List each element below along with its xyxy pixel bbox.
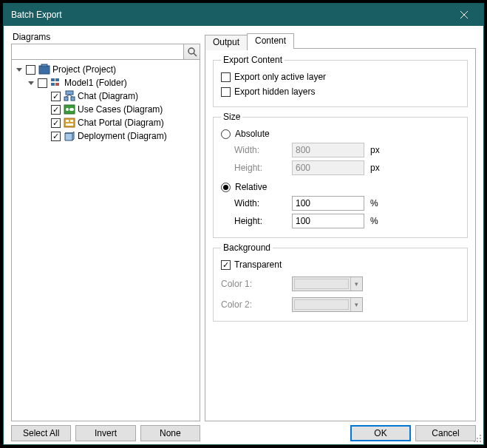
expand-toggle[interactable] xyxy=(15,65,24,74)
tree-node-chat[interactable]: Chat (Diagram) xyxy=(13,89,198,103)
tree-checkbox[interactable] xyxy=(51,132,61,141)
abs-width-unit: px xyxy=(370,145,380,155)
relative-height-row: Height: % xyxy=(234,212,461,230)
chevron-down-icon xyxy=(28,80,34,86)
close-button[interactable] xyxy=(448,4,480,26)
abs-width-input xyxy=(292,143,364,157)
class-diagram-icon xyxy=(64,90,75,102)
export-hidden-layers-checkbox[interactable] xyxy=(221,87,231,97)
tree-node-label: Chat (Diagram) xyxy=(78,91,138,101)
cancel-button[interactable]: Cancel xyxy=(415,425,476,441)
tree-node-label: Project (Project) xyxy=(52,64,116,75)
tree-node-project[interactable]: Project (Project) xyxy=(13,63,198,76)
tree-node-model1[interactable]: Model1 (Folder) xyxy=(13,76,198,89)
options-pane: Output Content Export Content Export onl… xyxy=(205,32,476,441)
none-button[interactable]: None xyxy=(140,425,200,441)
svg-marker-4 xyxy=(16,68,22,72)
relative-radio-row[interactable]: Relative xyxy=(221,180,461,194)
svg-point-32 xyxy=(477,441,478,442)
svg-rect-12 xyxy=(66,91,73,95)
chevron-down-icon: ▾ xyxy=(350,298,362,311)
svg-rect-22 xyxy=(70,120,73,122)
transparent-row[interactable]: Transparent xyxy=(221,257,461,272)
rel-width-unit: % xyxy=(370,198,378,208)
export-only-active-layer-label: Export only active layer xyxy=(234,72,326,82)
color2-picker: ▾ xyxy=(292,297,363,312)
export-content-legend: Export Content xyxy=(221,55,285,65)
diagram-tree[interactable]: Project (Project) Model1 (Folder) Chat (… xyxy=(11,60,200,421)
export-hidden-layers-label: Export hidden layers xyxy=(234,86,315,97)
tab-content[interactable]: Content xyxy=(247,33,294,49)
titlebar: Batch Export xyxy=(4,4,483,26)
export-content-group: Export Content Export only active layer … xyxy=(213,55,468,107)
size-legend: Size xyxy=(221,112,242,122)
export-hidden-layers-row[interactable]: Export hidden layers xyxy=(221,84,461,99)
export-only-active-layer-row[interactable]: Export only active layer xyxy=(221,69,461,84)
tree-node-use-cases[interactable]: Use Cases (Diagram) xyxy=(13,103,198,116)
rel-height-unit: % xyxy=(370,216,378,226)
rel-width-input[interactable] xyxy=(292,196,364,211)
svg-rect-6 xyxy=(41,64,47,67)
tree-checkbox[interactable] xyxy=(51,118,61,128)
export-only-active-layer-checkbox[interactable] xyxy=(221,72,231,82)
tree-button-row: Select All Invert None xyxy=(11,425,200,441)
tree-checkbox[interactable] xyxy=(51,105,61,115)
abs-height-input xyxy=(292,160,364,175)
tree-checkbox[interactable] xyxy=(26,65,35,75)
tabs: Output Content xyxy=(205,33,476,49)
diagrams-label: Diagrams xyxy=(13,32,200,42)
svg-rect-9 xyxy=(55,78,59,81)
svg-rect-11 xyxy=(55,83,59,86)
tree-node-deployment[interactable]: Deployment (Diagram) xyxy=(13,129,198,143)
svg-rect-13 xyxy=(64,97,68,101)
svg-rect-21 xyxy=(66,120,69,122)
ok-button[interactable]: OK xyxy=(350,425,411,441)
svg-rect-10 xyxy=(51,83,55,86)
relative-radio[interactable] xyxy=(221,183,231,192)
svg-line-3 xyxy=(194,53,197,56)
close-icon xyxy=(460,11,468,18)
window-title: Batch Export xyxy=(11,10,448,20)
resize-grip[interactable] xyxy=(471,432,482,443)
search-icon xyxy=(187,47,197,57)
transparent-checkbox[interactable] xyxy=(221,260,231,270)
svg-point-18 xyxy=(66,108,69,111)
background-group: Background Transparent Color 1: ▾ Color … xyxy=(213,242,468,322)
absolute-radio-row[interactable]: Absolute xyxy=(221,126,461,141)
invert-button[interactable]: Invert xyxy=(75,425,135,441)
portal-diagram-icon xyxy=(64,117,75,129)
batch-export-dialog: Batch Export Diagrams Project (Project) xyxy=(3,3,484,445)
search-input[interactable] xyxy=(11,44,184,60)
relative-label: Relative xyxy=(235,182,267,192)
absolute-radio[interactable] xyxy=(221,129,231,139)
content-area: Diagrams Project (Project) xyxy=(4,26,483,444)
color2-row: Color 2: ▾ xyxy=(221,296,461,313)
size-group: Size Absolute Width: px Height: px xyxy=(213,112,468,238)
transparent-label: Transparent xyxy=(234,259,282,270)
chevron-down-icon: ▾ xyxy=(350,277,362,291)
expand-toggle[interactable] xyxy=(27,78,35,87)
svg-point-30 xyxy=(480,438,481,439)
svg-point-28 xyxy=(480,435,481,436)
project-icon xyxy=(38,64,50,75)
color1-label: Color 1: xyxy=(221,279,292,289)
absolute-height-row: Height: px xyxy=(234,159,461,177)
relative-width-row: Width: % xyxy=(234,194,461,212)
tree-checkbox[interactable] xyxy=(38,78,47,88)
svg-point-33 xyxy=(480,441,481,442)
select-all-button[interactable]: Select All xyxy=(11,425,71,441)
svg-marker-7 xyxy=(28,81,34,85)
tree-node-label: Chat Portal (Diagram) xyxy=(78,118,164,128)
color1-swatch xyxy=(294,279,349,289)
svg-point-2 xyxy=(188,48,194,54)
dialog-button-row: OK Cancel xyxy=(205,425,476,441)
tab-output[interactable]: Output xyxy=(205,35,248,50)
tree-node-chat-portal[interactable]: Chat Portal (Diagram) xyxy=(13,116,198,129)
tree-checkbox[interactable] xyxy=(51,92,61,101)
abs-height-unit: px xyxy=(370,163,380,173)
search-button[interactable] xyxy=(184,44,200,60)
abs-width-label: Width: xyxy=(234,145,292,155)
background-legend: Background xyxy=(221,242,273,253)
rel-height-input[interactable] xyxy=(292,214,364,228)
svg-point-29 xyxy=(477,438,478,439)
